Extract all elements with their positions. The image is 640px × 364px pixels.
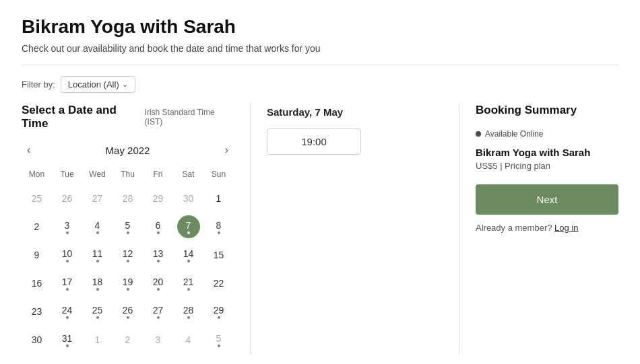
next-month-button[interactable]: ›: [220, 141, 234, 159]
cal-day-may-20[interactable]: 20: [147, 272, 170, 295]
cal-day-may-22[interactable]: 22: [207, 272, 230, 295]
page-title: Bikram Yoga with Sarah: [22, 16, 618, 38]
available-badge-dot: [476, 131, 481, 137]
location-filter-label: Location (All): [68, 79, 119, 89]
cal-day-apr-29[interactable]: 29: [147, 187, 170, 210]
booking-price: US$5 | Pricing plan: [476, 161, 618, 171]
day-header-wed: Wed: [82, 167, 113, 184]
timezone-label: Irish Standard Time (IST): [145, 108, 234, 126]
day-header-mon: Mon: [22, 167, 52, 184]
select-date-title: Select a Date and Time: [22, 104, 145, 131]
member-text: Already a member? Log in: [476, 223, 618, 233]
day-header-tue: Tue: [52, 167, 82, 184]
day-header-fri: Fri: [143, 167, 173, 184]
main-layout: Select a Date and Time Irish Standard Ti…: [22, 104, 618, 354]
day-header-thu: Thu: [113, 167, 143, 184]
cal-day-may-13[interactable]: 13: [147, 244, 170, 266]
available-label: Available Online: [485, 129, 544, 139]
login-link[interactable]: Log in: [554, 223, 578, 233]
calendar-grid: Mon Tue Wed Thu Fri Sat Sun 25 26 27 28 …: [22, 167, 234, 354]
time-slot-1900[interactable]: 19:00: [267, 129, 361, 155]
month-year-label: May 2022: [106, 145, 150, 156]
cal-day-may-14[interactable]: 14: [177, 244, 200, 266]
cal-day-may-4[interactable]: 4: [86, 215, 109, 238]
chevron-down-icon: ⌄: [122, 80, 128, 89]
cal-day-may-5[interactable]: 5: [117, 215, 139, 238]
cal-day-may-9[interactable]: 9: [26, 244, 49, 266]
cal-day-apr-26[interactable]: 26: [56, 187, 79, 210]
cal-day-apr-27[interactable]: 27: [86, 187, 109, 210]
prev-month-button[interactable]: ‹: [22, 141, 36, 159]
filter-label: Filter by:: [22, 79, 55, 89]
cal-day-may-19[interactable]: 19: [117, 272, 139, 295]
next-button[interactable]: Next: [476, 184, 618, 215]
cal-day-may-18[interactable]: 18: [86, 272, 109, 295]
cal-day-may-10[interactable]: 10: [56, 244, 79, 266]
cal-day-may-6[interactable]: 6: [147, 215, 170, 238]
cal-day-apr-25[interactable]: 25: [26, 187, 49, 210]
cal-day-may-29[interactable]: 29: [207, 300, 230, 323]
cal-day-may-27[interactable]: 27: [147, 300, 170, 323]
calendar-nav: ‹ May 2022 ›: [22, 141, 234, 159]
booking-summary-title: Booking Summary: [476, 104, 618, 117]
day-header-sat: Sat: [173, 167, 203, 184]
cal-day-may-2[interactable]: 2: [26, 215, 49, 238]
cal-day-may-3[interactable]: 3: [56, 215, 79, 238]
cal-day-may-11[interactable]: 11: [86, 244, 109, 266]
cal-day-may-1[interactable]: 1: [207, 187, 230, 210]
already-member-label: Already a member?: [476, 223, 552, 233]
cal-day-jun-5[interactable]: 5: [207, 328, 230, 351]
cal-day-may-31[interactable]: 31: [56, 328, 79, 351]
available-badge: Available Online: [476, 129, 544, 139]
time-panel: Saturday, 7 May 19:00: [251, 104, 459, 354]
location-filter-dropdown[interactable]: Location (All) ⌄: [61, 76, 135, 93]
cal-day-jun-3[interactable]: 3: [147, 328, 170, 351]
cal-day-may-25[interactable]: 25: [86, 300, 109, 323]
cal-day-may-21[interactable]: 21: [177, 272, 200, 295]
cal-day-may-26[interactable]: 26: [117, 300, 139, 323]
calendar-panel: Select a Date and Time Irish Standard Ti…: [22, 104, 251, 354]
cal-day-jun-4[interactable]: 4: [177, 328, 200, 351]
filter-row: Filter by: Location (All) ⌄: [22, 76, 618, 93]
cal-day-may-24[interactable]: 24: [56, 300, 79, 323]
cal-day-may-12[interactable]: 12: [117, 244, 139, 266]
cal-day-may-15[interactable]: 15: [207, 244, 230, 266]
cal-day-apr-28[interactable]: 28: [117, 187, 139, 210]
cal-day-may-28[interactable]: 28: [177, 300, 200, 323]
section-header: Select a Date and Time Irish Standard Ti…: [22, 104, 234, 131]
divider: [22, 65, 618, 65]
cal-day-jun-1[interactable]: 1: [86, 328, 109, 351]
selected-date-label: Saturday, 7 May: [267, 106, 443, 118]
cal-day-may-17[interactable]: 17: [56, 272, 79, 295]
cal-day-jun-2[interactable]: 2: [117, 328, 139, 351]
booking-class-name: Bikram Yoga with Sarah: [476, 147, 618, 158]
cal-day-may-23[interactable]: 23: [26, 300, 49, 323]
cal-day-apr-30[interactable]: 30: [177, 187, 200, 210]
cal-day-may-16[interactable]: 16: [26, 272, 49, 295]
booking-summary-panel: Booking Summary Available Online Bikram …: [459, 104, 618, 354]
day-header-sun: Sun: [203, 167, 234, 184]
cal-day-may-7[interactable]: 7: [177, 215, 200, 238]
cal-day-may-8[interactable]: 8: [207, 215, 230, 238]
page-subtitle: Check out our availability and book the …: [22, 43, 618, 54]
cal-day-may-30[interactable]: 30: [26, 328, 49, 351]
